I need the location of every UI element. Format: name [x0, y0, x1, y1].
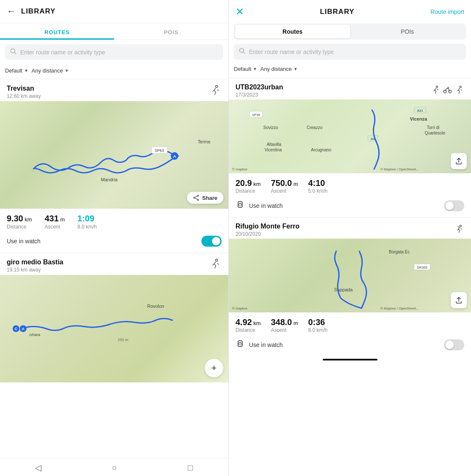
svg-point-11	[193, 197, 195, 199]
route-import-button[interactable]: Route import	[431, 8, 464, 15]
use-in-watch-ferro: Use in watch	[229, 335, 471, 356]
route-info-bastia: giro medio Bastia 19.15 km away	[7, 258, 63, 273]
sort-filter-left[interactable]: Default ▼	[5, 66, 28, 75]
svg-text:Borgata Ec: Borgata Ec	[389, 250, 409, 254]
running-icon-utb	[454, 85, 464, 95]
share-button-utb[interactable]	[451, 153, 467, 169]
map-bastia[interactable]: 250 m Rovolon A C ohara +	[0, 275, 228, 382]
stat-time-utb: 4:10 5.0 km/h	[308, 178, 327, 194]
use-in-watch-toggle-ferro[interactable]	[444, 339, 464, 350]
use-in-watch-trevisan: Use in watch	[0, 231, 228, 253]
add-route-button[interactable]: +	[205, 359, 223, 377]
cycling-icon-utb	[442, 85, 452, 95]
nav-home-button[interactable]: ○	[76, 463, 153, 473]
left-header: ← LIBRARY	[0, 0, 228, 23]
svg-point-14	[216, 259, 218, 261]
route-name-bastia: giro medio Bastia	[7, 258, 63, 266]
right-header: ✕ LIBRARY Route import	[229, 0, 471, 24]
right-search-bar[interactable]: Enter route name or activity type	[234, 44, 466, 60]
route-card-bastia: giro medio Bastia 19.15 km away 250 m R	[0, 253, 228, 382]
watch-icon-ferro	[236, 339, 245, 350]
svg-text:SR355: SR355	[417, 266, 428, 269]
toggle-knob-trevisan	[212, 237, 220, 245]
search-icon	[10, 48, 17, 56]
svg-text:Creazzo: Creazzo	[307, 125, 323, 130]
hiking-icon-ferro	[454, 224, 464, 234]
use-in-watch-toggle-trevisan[interactable]	[201, 236, 222, 247]
tab-routes-left[interactable]: ROUTES	[0, 23, 114, 40]
svg-text:Mandria: Mandria	[101, 177, 118, 182]
svg-point-28	[460, 86, 461, 88]
use-in-watch-toggle-utb[interactable]	[444, 200, 464, 211]
tab-pois-right[interactable]: POIs	[350, 25, 465, 38]
svg-text:250 m: 250 m	[118, 338, 128, 342]
left-panel: ← LIBRARY ROUTES POIS Enter route name o…	[0, 0, 229, 476]
back-button[interactable]: ←	[7, 6, 16, 17]
nav-back-button[interactable]: ◁	[0, 463, 76, 473]
sort-filter-right[interactable]: Default ▼	[234, 64, 257, 74]
svg-text:A: A	[22, 327, 25, 331]
route-card-trevisan: Trevisan 12.60 km away SP63	[0, 79, 228, 253]
svg-text:SP63: SP63	[155, 148, 164, 153]
activity-icons-utb	[431, 85, 464, 95]
right-search-placeholder: Enter route name or activity type	[249, 48, 334, 55]
svg-text:© mapbox: © mapbox	[232, 307, 248, 310]
share-button-ferro[interactable]	[451, 292, 467, 308]
svg-text:Rovolon: Rovolon	[147, 304, 164, 309]
stat-ascent-trevisan: 431 m Ascent	[45, 214, 65, 230]
svg-point-2	[216, 86, 218, 88]
right-filter-row: Default ▼ Any distance ▼	[229, 64, 471, 78]
route-header-ferro: Rifugio Monte Ferro 20/10/2020	[229, 218, 471, 239]
svg-point-9	[197, 195, 198, 196]
map-ferro[interactable]: Borgata Ec SR355 Sappada © mapbox © Mapb…	[229, 239, 471, 312]
stat-ascent-utb: 750.0 m Ascent	[271, 178, 298, 194]
route-away-bastia: 19.15 km away	[7, 267, 63, 273]
tab-pois-left[interactable]: POIS	[114, 23, 228, 40]
svg-text:Vicentina: Vicentina	[265, 148, 282, 152]
distance-filter-right[interactable]: Any distance ▼	[260, 64, 297, 74]
svg-text:Quartesolo: Quartesolo	[425, 131, 445, 135]
map-utb[interactable]: A31 SP35 Vicenza Sovizzo Creazzo Torri d…	[229, 100, 471, 173]
svg-line-12	[195, 196, 197, 197]
map-trevisan[interactable]: SP63 A Mandria Terme Share	[0, 101, 228, 209]
right-title: LIBRARY	[320, 8, 354, 16]
running-icon-bastia	[209, 258, 222, 273]
route-header-utb: UTB2023urban 17/3/2023	[229, 78, 471, 100]
route-away-trevisan: 12.60 km away	[7, 93, 41, 99]
tab-routes-right[interactable]: Routes	[235, 25, 350, 38]
left-search-bar[interactable]: Enter route name or activity type	[5, 44, 223, 60]
svg-text:Arcugnano: Arcugnano	[311, 148, 332, 152]
route-info-utb: UTB2023urban 17/3/2023	[236, 83, 283, 98]
route-stats-trevisan: 9.30 km Distance 431 m Ascent 1:09 8.0 k…	[0, 209, 228, 231]
svg-text:© mapbox: © mapbox	[232, 167, 248, 171]
watch-icon-utb	[236, 200, 245, 211]
activity-icons-ferro	[454, 224, 464, 234]
stat-ascent-ferro: 348.0 m Ascent	[271, 317, 298, 333]
svg-point-48	[460, 225, 461, 227]
share-button[interactable]: Share	[187, 192, 223, 204]
svg-text:© Mapbox / OpenStreet...: © Mapbox / OpenStreet...	[380, 167, 419, 171]
route-card-ferro: Rifugio Monte Ferro 20/10/2020 Borgata E…	[229, 217, 471, 356]
sort-chevron-icon: ▼	[24, 68, 28, 73]
svg-line-13	[195, 198, 197, 199]
toggle-knob-utb	[445, 202, 454, 210]
stat-time-trevisan: 1:09 8.0 km/h	[78, 214, 97, 230]
nav-recents-button[interactable]: □	[152, 463, 228, 473]
distance-filter-left[interactable]: Any distance ▼	[32, 66, 69, 75]
route-card-header-trevisan: Trevisan 12.60 km away	[0, 79, 228, 101]
share-label: Share	[202, 195, 217, 201]
route-name-utb: UTB2023urban	[236, 83, 283, 91]
svg-text:SP35: SP35	[252, 113, 260, 117]
distance-chevron-icon: ▼	[65, 68, 69, 73]
route-card-header-bastia: giro medio Bastia 19.15 km away	[0, 253, 228, 275]
close-button[interactable]: ✕	[236, 6, 244, 18]
use-in-watch-label-ferro: Use in watch	[249, 342, 283, 348]
route-name-ferro: Rifugio Monte Ferro	[236, 223, 300, 230]
use-in-watch-label-trevisan: Use in watch	[7, 238, 40, 245]
left-search-placeholder: Enter route name or activity type	[20, 49, 105, 56]
use-in-watch-label-utb: Use in watch	[249, 202, 283, 209]
svg-text:Sappada: Sappada	[334, 287, 353, 292]
bottom-nav: ◁ ○ □	[0, 458, 228, 476]
distance-chevron-right-icon: ▼	[294, 67, 298, 71]
route-info-ferro: Rifugio Monte Ferro 20/10/2020	[236, 223, 300, 237]
